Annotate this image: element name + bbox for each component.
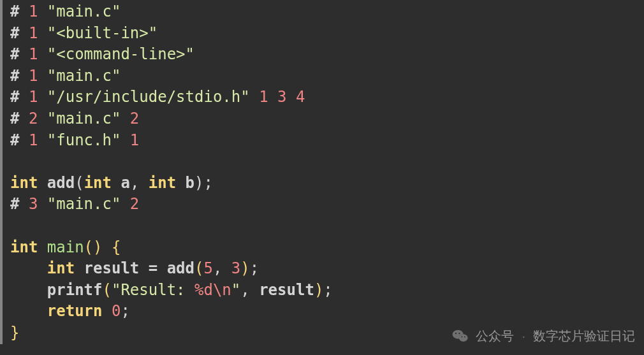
- code-line: return 0;: [10, 301, 644, 322]
- arg-num: 5: [203, 259, 212, 277]
- watermark-label: 公众号: [476, 327, 514, 345]
- linemarker-flag: 1: [259, 88, 268, 106]
- func-name: main: [47, 238, 84, 256]
- type-kw: int: [10, 174, 38, 192]
- linemarker-file: "<command-line>": [47, 45, 194, 63]
- escape-seq: \n: [213, 281, 231, 299]
- linemarker-file: "<built-in>": [47, 24, 157, 42]
- param-name: b: [186, 174, 194, 192]
- svg-point-4: [459, 333, 460, 334]
- code-line: int result = add(5, 3);: [10, 258, 644, 280]
- hash: #: [10, 3, 19, 20]
- linemarker-num: 1: [29, 88, 38, 106]
- code-line: int add(int a, int b);: [10, 173, 644, 194]
- format-spec: %d: [194, 281, 213, 299]
- code-line: printf("Result: %d\n", result);: [10, 280, 644, 301]
- return-val: 0: [112, 302, 121, 320]
- watermark-sep: ·: [520, 327, 527, 345]
- linemarker-num: 1: [29, 131, 38, 149]
- svg-point-2: [459, 334, 468, 342]
- call-name: add: [167, 259, 194, 277]
- wechat-icon: [451, 327, 469, 345]
- linemarker-file: "main.c": [47, 110, 121, 127]
- code-line: [10, 215, 644, 237]
- code-editor[interactable]: # 1 "main.c"# 1 "<built-in>"# 1 "<comman…: [0, 0, 644, 344]
- svg-point-6: [465, 337, 466, 338]
- linemarker-file: "func.h": [47, 131, 121, 149]
- func-name: add: [47, 174, 75, 192]
- linemarker-num: 1: [29, 45, 38, 63]
- code-line: # 1 "main.c": [10, 1, 644, 23]
- code-line: int main() {: [10, 237, 644, 259]
- type-kw: int: [47, 259, 75, 277]
- code-line: # 1 "main.c": [10, 66, 644, 87]
- brace-close: }: [10, 324, 19, 342]
- linemarker-flag: 2: [130, 195, 139, 213]
- var-name: result: [84, 259, 140, 277]
- type-kw: int: [10, 238, 38, 256]
- arg-name: result: [259, 281, 314, 299]
- str: "Result:: [112, 281, 194, 299]
- code-line: # 1 "func.h" 1: [10, 130, 644, 152]
- code-line: # 1 "<command-line>": [10, 44, 644, 66]
- hash: #: [10, 195, 19, 213]
- return-kw: return: [47, 302, 103, 320]
- param-type: int: [84, 174, 112, 192]
- linemarker-file: "/usr/include/stdio.h": [47, 88, 250, 106]
- linemarker-num: 2: [29, 110, 38, 127]
- svg-point-3: [455, 333, 457, 334]
- param-type: int: [149, 174, 176, 192]
- hash: #: [10, 45, 19, 63]
- hash: #: [10, 110, 19, 127]
- linemarker-num: 1: [29, 24, 38, 42]
- linemarker-num: 1: [29, 67, 38, 85]
- hash: #: [10, 67, 19, 85]
- code-line: # 3 "main.c" 2: [10, 194, 644, 215]
- str: ": [231, 281, 240, 299]
- hash: #: [10, 131, 19, 149]
- code-line: [10, 151, 644, 173]
- linemarker-flag: 2: [130, 110, 139, 127]
- linemarker-num: 1: [29, 3, 38, 20]
- arg-num: 3: [231, 259, 240, 277]
- code-line: # 1 "/usr/include/stdio.h" 1 3 4: [10, 87, 644, 108]
- linemarker-flag: 1: [130, 131, 139, 149]
- linemarker-file: "main.c": [47, 3, 121, 20]
- code-line: # 1 "<built-in>": [10, 23, 644, 45]
- linemarker-file: "main.c": [47, 195, 121, 213]
- code-line: # 2 "main.c" 2: [10, 108, 644, 130]
- hash: #: [10, 88, 19, 106]
- watermark-name: 数字芯片验证日记: [533, 327, 635, 345]
- brace-open: {: [112, 238, 121, 256]
- linemarker-flag: 4: [296, 88, 305, 106]
- param-name: a: [121, 174, 129, 192]
- linemarker-file: "main.c": [47, 67, 121, 85]
- linemarker-num: 3: [29, 195, 38, 213]
- watermark: 公众号 · 数字芯片验证日记: [451, 327, 635, 345]
- linemarker-flag: 3: [277, 88, 286, 106]
- svg-point-5: [462, 337, 463, 338]
- hash: #: [10, 24, 19, 42]
- call-name: printf: [47, 281, 103, 299]
